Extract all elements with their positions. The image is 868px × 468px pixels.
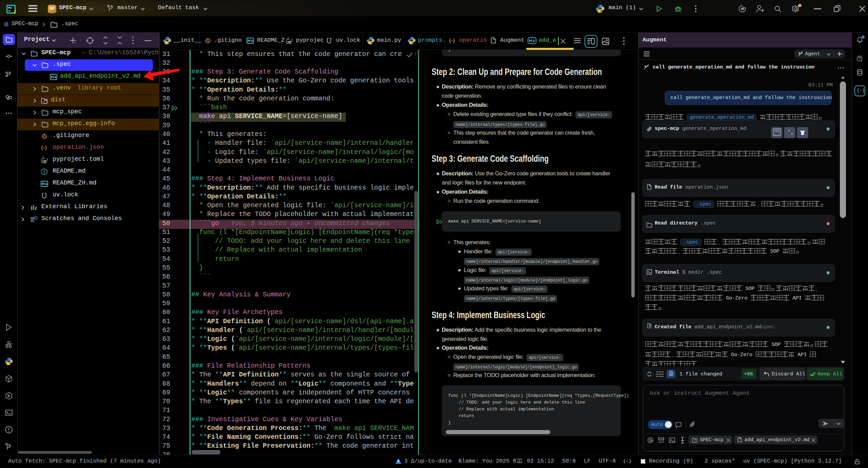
svg-text:PC: PC: [8, 6, 12, 9]
